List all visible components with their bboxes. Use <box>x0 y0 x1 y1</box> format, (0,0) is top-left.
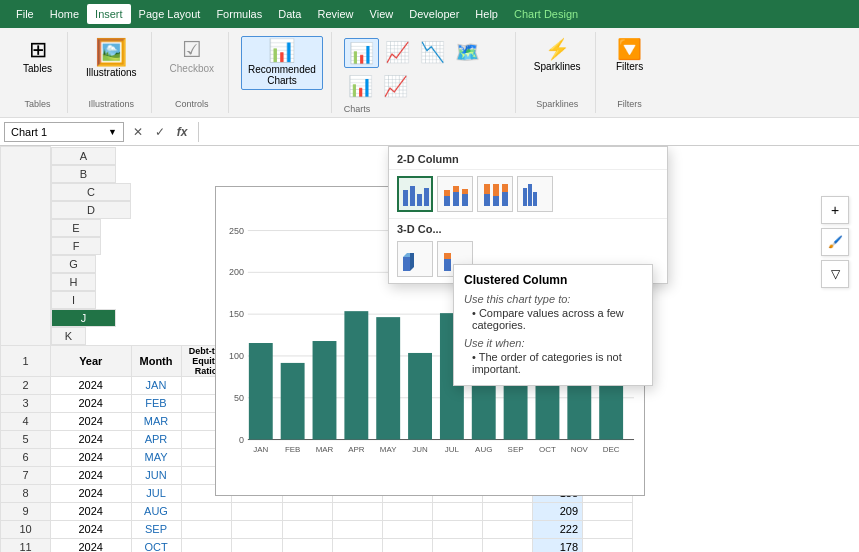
cell-j9[interactable]: 209 <box>533 502 583 520</box>
cell-f11[interactable] <box>333 538 383 552</box>
cell-e10[interactable] <box>283 520 333 538</box>
svg-rect-39 <box>502 184 508 192</box>
menu-review[interactable]: Review <box>309 4 361 24</box>
cell-a5[interactable]: 2024 <box>51 430 132 448</box>
cell-b11[interactable]: OCT <box>131 538 181 552</box>
cell-a7[interactable]: 2024 <box>51 466 132 484</box>
cell-k11[interactable] <box>583 538 633 552</box>
menu-formulas[interactable]: Formulas <box>208 4 270 24</box>
name-box-chevron[interactable]: ▼ <box>108 127 117 137</box>
cell-b1[interactable]: Month <box>131 345 181 376</box>
col-header-k[interactable]: K <box>51 327 86 345</box>
menu-data[interactable]: Data <box>270 4 309 24</box>
chart-filters-button[interactable]: ▽ <box>821 260 849 288</box>
line-chart-button[interactable]: 📉 <box>416 38 449 68</box>
sparklines-button[interactable]: ⚡ Sparklines <box>528 36 587 75</box>
scatter-chart-button[interactable]: 📈 <box>379 72 412 100</box>
cell-k10[interactable] <box>583 520 633 538</box>
cell-c9[interactable] <box>181 502 231 520</box>
menu-page-layout[interactable]: Page Layout <box>131 4 209 24</box>
cancel-icon[interactable]: ✕ <box>128 122 148 142</box>
col-header-f[interactable]: F <box>51 237 101 255</box>
column-chart-button[interactable]: 📊 <box>344 38 379 68</box>
cell-j11[interactable]: 178 <box>533 538 583 552</box>
area-chart-button[interactable]: 📊 <box>344 72 377 100</box>
cell-g9[interactable] <box>383 502 433 520</box>
recommended-charts-button[interactable]: 📊 RecommendedCharts <box>241 36 323 90</box>
cell-a3[interactable]: 2024 <box>51 394 132 412</box>
cell-h11[interactable] <box>433 538 483 552</box>
menu-home[interactable]: Home <box>42 4 87 24</box>
cell-g10[interactable] <box>383 520 433 538</box>
menu-help[interactable]: Help <box>467 4 506 24</box>
cell-b5[interactable]: APR <box>131 430 181 448</box>
more-column-types-btn[interactable] <box>517 176 553 212</box>
stacked-column-btn[interactable] <box>437 176 473 212</box>
100pct-stacked-column-btn[interactable] <box>477 176 513 212</box>
cell-f10[interactable] <box>333 520 383 538</box>
menu-insert[interactable]: Insert <box>87 4 131 24</box>
cell-a2[interactable]: 2024 <box>51 376 132 394</box>
formula-input[interactable] <box>205 122 855 142</box>
cell-a6[interactable]: 2024 <box>51 448 132 466</box>
chart-elements-button[interactable]: + <box>821 196 849 224</box>
cell-g11[interactable] <box>383 538 433 552</box>
cell-b8[interactable]: JUL <box>131 484 181 502</box>
bar-chart-button[interactable]: 📈 <box>381 38 414 68</box>
pie-chart-button[interactable]: 🗺️ <box>451 38 484 68</box>
cell-b2[interactable]: JAN <box>131 376 181 394</box>
col-header-i[interactable]: I <box>51 291 96 309</box>
cell-h10[interactable] <box>433 520 483 538</box>
cell-e9[interactable] <box>283 502 333 520</box>
cell-b3[interactable]: FEB <box>131 394 181 412</box>
cell-a4[interactable]: 2024 <box>51 412 132 430</box>
cell-a10[interactable]: 2024 <box>51 520 132 538</box>
cell-f9[interactable] <box>333 502 383 520</box>
cell-b6[interactable]: MAY <box>131 448 181 466</box>
col-header-e[interactable]: E <box>51 219 101 237</box>
cell-d9[interactable] <box>231 502 283 520</box>
cell-i10[interactable] <box>483 520 533 538</box>
illustrations-button[interactable]: 🖼️ Illustrations <box>80 36 143 81</box>
checkbox-button[interactable]: ☑ Checkbox <box>164 36 220 77</box>
confirm-icon[interactable]: ✓ <box>150 122 170 142</box>
name-box[interactable]: Chart 1 ▼ <box>4 122 124 142</box>
function-icon[interactable]: fx <box>172 122 192 142</box>
cell-a9[interactable]: 2024 <box>51 502 132 520</box>
cell-i11[interactable] <box>483 538 533 552</box>
cell-j10[interactable]: 222 <box>533 520 583 538</box>
col-header-j[interactable]: J <box>51 309 116 327</box>
svg-text:SEP: SEP <box>508 445 524 454</box>
col-header-a[interactable]: A <box>51 147 116 165</box>
cell-b10[interactable]: SEP <box>131 520 181 538</box>
cell-d10[interactable] <box>231 520 283 538</box>
col-header-h[interactable]: H <box>51 273 96 291</box>
menu-view[interactable]: View <box>362 4 402 24</box>
cell-k9[interactable] <box>583 502 633 520</box>
clustered-column-btn[interactable] <box>397 176 433 212</box>
cell-b9[interactable]: AUG <box>131 502 181 520</box>
menu-chart-design[interactable]: Chart Design <box>506 4 586 24</box>
3d-column-btn[interactable] <box>397 241 433 277</box>
cell-a1[interactable]: Year <box>51 345 132 376</box>
menu-developer[interactable]: Developer <box>401 4 467 24</box>
cell-c11[interactable] <box>181 538 231 552</box>
cell-a11[interactable]: 2024 <box>51 538 132 552</box>
cell-e11[interactable] <box>283 538 333 552</box>
col-header-d[interactable]: D <box>51 201 131 219</box>
cell-b7[interactable]: JUN <box>131 466 181 484</box>
cell-b4[interactable]: MAR <box>131 412 181 430</box>
chart-styles-button[interactable]: 🖌️ <box>821 228 849 256</box>
cell-a8[interactable]: 2024 <box>51 484 132 502</box>
col-header-g[interactable]: G <box>51 255 96 273</box>
cell-i9[interactable] <box>483 502 533 520</box>
cell-c10[interactable] <box>181 520 231 538</box>
formula-bar: Chart 1 ▼ ✕ ✓ fx <box>0 118 859 146</box>
menu-file[interactable]: File <box>8 4 42 24</box>
tables-button[interactable]: ⊞ Tables <box>17 36 58 77</box>
col-header-c[interactable]: C <box>51 183 131 201</box>
cell-h9[interactable] <box>433 502 483 520</box>
filters-button[interactable]: 🔽 Filters <box>610 36 650 75</box>
col-header-b[interactable]: B <box>51 165 116 183</box>
cell-d11[interactable] <box>231 538 283 552</box>
